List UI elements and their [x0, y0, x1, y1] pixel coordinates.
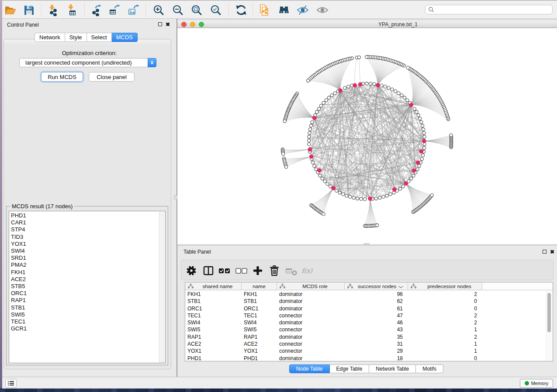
- mcds-result-item[interactable]: FKH1: [9, 269, 165, 276]
- mcds-result-item[interactable]: STB5: [9, 283, 165, 290]
- table-row[interactable]: SWI5SWI5connector431: [185, 326, 553, 333]
- export-image-button[interactable]: [127, 3, 140, 17]
- mcds-result-item[interactable]: PHD1: [9, 212, 165, 219]
- mcds-result-item[interactable]: GCR1: [9, 325, 165, 332]
- close-panel-action-button[interactable]: Close panel: [89, 72, 135, 82]
- tab-network-table[interactable]: Network Table: [369, 364, 416, 373]
- window-close-icon[interactable]: [181, 22, 187, 27]
- criterion-dropdown[interactable]: largest connected component (undirected): [19, 58, 156, 67]
- control-panel-tabs: NetworkStyleSelectMCDS: [35, 33, 138, 42]
- export-network-button[interactable]: [90, 3, 103, 17]
- column-type-icon: [188, 284, 194, 289]
- mcds-result-item[interactable]: RAP1: [9, 297, 165, 304]
- check-boxes-icon: [218, 265, 231, 277]
- import-table-button[interactable]: [66, 3, 79, 17]
- table-row[interactable]: ACE2ACE2connector311: [185, 340, 553, 347]
- mcds-list-scrollbar[interactable]: [159, 212, 165, 363]
- mcds-result-item[interactable]: STP4: [9, 226, 165, 233]
- column-header-successor-nodes[interactable]: successor nodes: [345, 282, 408, 290]
- table-scrollbar-thumb[interactable]: [547, 293, 551, 332]
- table-cell: 31: [345, 340, 408, 347]
- column-header-name[interactable]: name: [242, 282, 277, 290]
- vertical-splitter-grip[interactable]: [174, 195, 177, 199]
- mcds-result-item[interactable]: SWI5: [9, 311, 165, 318]
- network-canvas[interactable]: [177, 28, 557, 244]
- table-close-button[interactable]: ✖: [550, 249, 555, 254]
- panel-layout-button[interactable]: [202, 264, 215, 277]
- table-row[interactable]: SWI4SWI4dominator462: [185, 319, 553, 326]
- select-all-rows-button[interactable]: [218, 264, 231, 277]
- column-header-MCDS-role[interactable]: MCDS role: [277, 282, 345, 290]
- table-row[interactable]: FKH1FKH1dominator962: [185, 291, 553, 298]
- search-input[interactable]: [434, 6, 552, 14]
- tab-network[interactable]: Network: [35, 33, 65, 42]
- mcds-result-item[interactable]: TEC1: [9, 318, 165, 325]
- column-label: name: [253, 283, 266, 289]
- table-row[interactable]: STB1STB1dominator620: [185, 298, 553, 305]
- import-network-button[interactable]: [47, 3, 60, 17]
- column-header-predecessor-nodes[interactable]: predecessor nodes: [408, 282, 482, 290]
- mcds-result-item[interactable]: ORC1: [9, 290, 165, 297]
- run-mcds-button[interactable]: Run MCDS: [41, 72, 83, 82]
- memory-button[interactable]: Memory: [520, 379, 553, 388]
- float-panel-button[interactable]: [158, 22, 163, 27]
- columns-icon: [202, 265, 214, 277]
- mcds-result-item[interactable]: STB1: [9, 304, 165, 311]
- tab-motifs[interactable]: Motifs: [416, 364, 443, 373]
- mcds-result-item[interactable]: CAR1: [9, 219, 165, 226]
- table-row[interactable]: PHD1PHD1dominator180: [185, 355, 553, 362]
- import-table-icon: [66, 4, 79, 16]
- table-float-button[interactable]: [543, 249, 548, 254]
- refresh-view-button[interactable]: [235, 3, 248, 17]
- column-header-shared-name[interactable]: shared name: [185, 282, 242, 290]
- gear-icon: [185, 265, 197, 277]
- mcds-result-list[interactable]: PHD1CAR1STP4TID3YOX1SWI4SRD1PMA2FKH1ACE2…: [9, 211, 166, 363]
- hide-details-button[interactable]: [296, 3, 309, 17]
- table-cell: PHD1: [242, 355, 277, 362]
- mcds-result-item[interactable]: ACE2: [9, 276, 165, 283]
- save-session-button[interactable]: [22, 3, 35, 17]
- deselect-all-rows-button[interactable]: [235, 264, 248, 277]
- tab-node-table[interactable]: Node Table: [289, 364, 330, 373]
- table-scrollbar[interactable]: [546, 291, 552, 361]
- mcds-result-item[interactable]: SRD1: [9, 254, 165, 261]
- mcds-result-item[interactable]: SWI4: [9, 248, 165, 254]
- find-network-button[interactable]: [277, 3, 291, 17]
- zoom-sel-icon: [210, 4, 222, 16]
- tab-mcds[interactable]: MCDS: [112, 33, 138, 42]
- export-net-icon: [90, 4, 102, 16]
- floppy-icon: [23, 4, 35, 16]
- table-cell: SWI4: [242, 319, 277, 326]
- window-minimize-icon[interactable]: [190, 22, 195, 27]
- table-row[interactable]: ORC1ORC1dominator610: [185, 305, 553, 312]
- zoom-fit-button[interactable]: [190, 3, 203, 17]
- task-history-button[interactable]: [5, 379, 17, 388]
- table-cell: 62: [345, 298, 408, 305]
- show-details-button[interactable]: [316, 3, 329, 17]
- tab-style[interactable]: Style: [65, 33, 87, 42]
- zoom-out-button[interactable]: [171, 3, 184, 17]
- table-row[interactable]: RAP1RAP1dominator352: [185, 334, 553, 340]
- node-table-header: shared namenameMCDS rolesuccessor nodesp…: [185, 282, 482, 290]
- table-cell: 0: [408, 355, 482, 362]
- close-panel-button[interactable]: ✖: [166, 22, 171, 27]
- tab-edge-table[interactable]: Edge Table: [330, 364, 370, 373]
- zoom-in-button[interactable]: [152, 3, 165, 17]
- add-column-button[interactable]: [251, 264, 264, 277]
- tab-select[interactable]: Select: [87, 33, 112, 42]
- mcds-result-item[interactable]: TID3: [9, 234, 165, 241]
- open-file-button[interactable]: [3, 3, 17, 17]
- table-cell: TEC1: [242, 312, 277, 319]
- window-zoom-icon[interactable]: [199, 22, 204, 27]
- mcds-result-title: MCDS result (17 nodes): [10, 203, 74, 210]
- mcds-result-item[interactable]: YOX1: [9, 241, 165, 248]
- column-settings-button[interactable]: [185, 264, 198, 277]
- export-table-button[interactable]: [108, 3, 121, 17]
- table-row[interactable]: TEC1TEC1connector472: [185, 312, 553, 319]
- delete-column-button[interactable]: [268, 264, 281, 277]
- clone-network-button[interactable]: [258, 3, 271, 17]
- mcds-result-item[interactable]: PMA2: [9, 261, 165, 268]
- zoom-selected-button[interactable]: [209, 3, 222, 17]
- table-row[interactable]: YOX1YOX1connector291: [185, 347, 553, 354]
- criterion-value: largest connected component (undirected): [25, 59, 132, 66]
